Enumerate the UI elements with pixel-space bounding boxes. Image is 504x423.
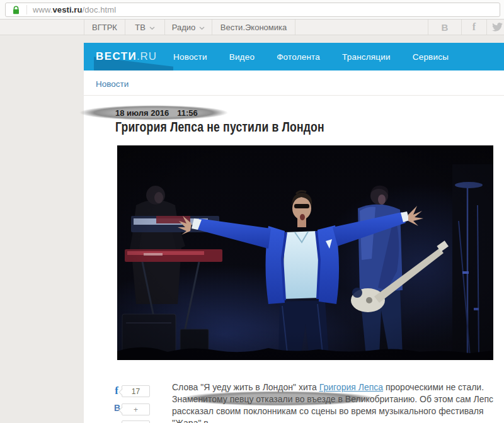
nav-item-radio[interactable]: Радио <box>164 20 212 35</box>
nav-item-tv[interactable]: ТВ <box>125 20 164 35</box>
article-title: Григория Лепса не пустили в Лондон <box>115 119 324 135</box>
facebook-share-count-value: 17 <box>132 387 140 396</box>
nav-item-vesti-economika-label: Вести.Экономика <box>220 23 287 32</box>
ssl-lock-icon[interactable] <box>6 5 27 14</box>
nav-item-vesti-economika[interactable]: Вести.Экономика <box>212 20 295 35</box>
article-date-row: 18 июля 201611:56 <box>115 108 198 118</box>
url-www: www. <box>33 5 52 14</box>
tab-servisy[interactable]: Сервисы <box>413 52 449 62</box>
page-content: Новости 18 июля 201611:56 Григория Лепса… <box>84 70 504 423</box>
share-count-partial[interactable] <box>122 420 150 423</box>
vk-share-count-value: + <box>134 405 138 414</box>
body-text: пророческими не стали. <box>383 382 484 392</box>
logo-suffix: .RU <box>137 50 157 62</box>
utility-nav-spacer-left <box>0 20 84 35</box>
utility-nav: ВГТРК ТВ Радио Вести.Экономика B f <box>0 20 504 35</box>
browser-toolbar: www.vesti.ru/doc.html <box>0 0 504 20</box>
vk-share-count[interactable]: + <box>122 403 150 415</box>
body-text: Слова "Я уеду жить в Лондон" хита <box>172 382 319 392</box>
breadcrumb[interactable]: Новости <box>96 79 129 89</box>
tab-novosti[interactable]: Новости <box>173 52 207 62</box>
tab-video[interactable]: Видео <box>229 52 255 62</box>
article-date: 18 июля 2016 <box>115 108 169 118</box>
address-bar[interactable]: www.vesti.ru/doc.html <box>5 3 500 17</box>
utility-nav-spacer <box>295 20 428 35</box>
article-body: Слова "Я уеду жить в Лондон" хита Григор… <box>172 381 503 423</box>
body-line-3: рассказал своим поклонникам со сцены во … <box>172 405 503 423</box>
article-time: 11:56 <box>177 108 198 118</box>
tab-translyacii[interactable]: Трансляции <box>342 52 391 62</box>
body-line-1: Слова "Я уеду жить в Лондон" хита Григор… <box>172 381 503 393</box>
vk-icon[interactable]: B <box>428 20 461 35</box>
chevron-down-icon <box>149 23 155 32</box>
body-line-2: Знаменитому певцу отказали во въезде в В… <box>172 393 503 405</box>
site-header: ВЕСТИ.RU Новости Видео Фотолента Трансля… <box>84 43 504 70</box>
facebook-share-count[interactable]: 17 <box>122 385 150 397</box>
browser-window: { "colors": { "header-blue": "#189fd9", … <box>0 0 504 423</box>
url-path: /doc.html <box>83 5 117 14</box>
concert-scene-illustration <box>117 145 493 360</box>
nav-item-vgtrk[interactable]: ВГТРК <box>84 20 125 35</box>
divider <box>84 95 504 96</box>
nav-item-vgtrk-label: ВГТРК <box>92 23 117 32</box>
site-logo[interactable]: ВЕСТИ.RU <box>96 50 157 63</box>
person-link[interactable]: Григория Лепса <box>319 382 383 392</box>
url-text[interactable]: www.vesti.ru/doc.html <box>27 5 116 14</box>
site-nav: Новости Видео Фотолента Трансляции Серви… <box>173 43 449 70</box>
url-domain: vesti.ru <box>52 5 82 14</box>
nav-item-tv-label: ТВ <box>135 23 146 32</box>
article-photo <box>117 145 493 360</box>
facebook-icon[interactable]: f <box>461 20 486 35</box>
chevron-down-icon <box>199 23 205 32</box>
tab-fotolenta[interactable]: Фотолента <box>277 52 320 62</box>
logo-main: ВЕСТИ <box>96 50 137 62</box>
twitter-icon[interactable] <box>486 20 504 35</box>
nav-item-radio-label: Радио <box>172 23 196 32</box>
